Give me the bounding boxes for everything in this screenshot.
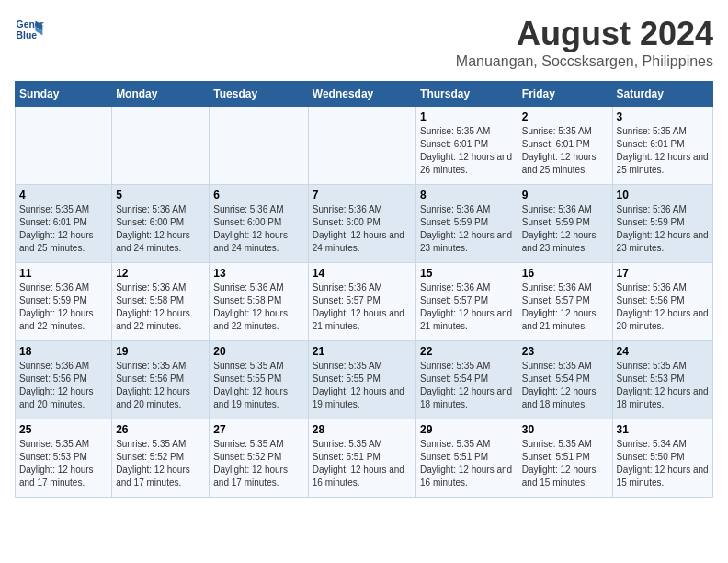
- calendar-cell: 13Sunrise: 5:36 AM Sunset: 5:58 PM Dayli…: [210, 263, 308, 341]
- calendar-cell: 18Sunrise: 5:36 AM Sunset: 5:56 PM Dayli…: [16, 341, 112, 419]
- location-subtitle: Manuangan, Soccsksargen, Philippines: [456, 53, 713, 70]
- calendar-cell: 12Sunrise: 5:36 AM Sunset: 5:58 PM Dayli…: [112, 263, 210, 341]
- calendar-cell: [308, 107, 415, 185]
- calendar-cell: 22Sunrise: 5:35 AM Sunset: 5:54 PM Dayli…: [416, 341, 518, 419]
- calendar-cell: 27Sunrise: 5:35 AM Sunset: 5:52 PM Dayli…: [210, 419, 308, 498]
- calendar-cell: 9Sunrise: 5:36 AM Sunset: 5:59 PM Daylig…: [518, 185, 612, 263]
- calendar-cell: [112, 107, 210, 185]
- calendar-cell: [210, 107, 308, 185]
- day-info: Sunrise: 5:36 AM Sunset: 5:57 PM Dayligh…: [313, 282, 412, 333]
- calendar-cell: 1Sunrise: 5:35 AM Sunset: 6:01 PM Daylig…: [416, 107, 518, 185]
- calendar-cell: 19Sunrise: 5:35 AM Sunset: 5:56 PM Dayli…: [112, 341, 210, 419]
- calendar-cell: 30Sunrise: 5:35 AM Sunset: 5:51 PM Dayli…: [518, 419, 612, 498]
- logo: General Blue: [15, 15, 44, 44]
- calendar-cell: 5Sunrise: 5:36 AM Sunset: 6:00 PM Daylig…: [112, 185, 210, 263]
- day-info: Sunrise: 5:34 AM Sunset: 5:50 PM Dayligh…: [617, 438, 709, 489]
- day-number: 22: [420, 345, 514, 358]
- day-number: 3: [617, 110, 709, 123]
- day-number: 10: [617, 189, 709, 201]
- calendar-week-row: 1Sunrise: 5:35 AM Sunset: 6:01 PM Daylig…: [16, 107, 713, 185]
- day-info: Sunrise: 5:36 AM Sunset: 5:58 PM Dayligh…: [213, 282, 303, 333]
- day-info: Sunrise: 5:35 AM Sunset: 6:01 PM Dayligh…: [420, 125, 514, 177]
- day-number: 4: [19, 189, 108, 201]
- day-info: Sunrise: 5:35 AM Sunset: 5:52 PM Dayligh…: [213, 438, 303, 489]
- day-info: Sunrise: 5:35 AM Sunset: 5:52 PM Dayligh…: [116, 438, 205, 489]
- calendar-cell: 4Sunrise: 5:35 AM Sunset: 6:01 PM Daylig…: [16, 185, 112, 263]
- calendar-cell: 2Sunrise: 5:35 AM Sunset: 6:01 PM Daylig…: [518, 107, 612, 185]
- weekday-header: Saturday: [612, 82, 712, 107]
- day-number: 2: [522, 110, 609, 123]
- day-info: Sunrise: 5:36 AM Sunset: 6:00 PM Dayligh…: [213, 203, 303, 255]
- day-number: 25: [19, 423, 108, 436]
- page-header: General Blue August 2024 Manuangan, Socc…: [15, 15, 713, 70]
- weekday-header: Friday: [518, 82, 612, 107]
- svg-text:Blue: Blue: [17, 30, 38, 40]
- day-info: Sunrise: 5:36 AM Sunset: 5:59 PM Dayligh…: [522, 203, 609, 255]
- day-number: 6: [213, 189, 303, 201]
- calendar-cell: 6Sunrise: 5:36 AM Sunset: 6:00 PM Daylig…: [210, 185, 308, 263]
- day-info: Sunrise: 5:35 AM Sunset: 5:51 PM Dayligh…: [522, 438, 609, 489]
- day-number: 23: [522, 345, 609, 358]
- day-info: Sunrise: 5:35 AM Sunset: 6:01 PM Dayligh…: [522, 125, 609, 177]
- day-number: 27: [213, 423, 303, 436]
- calendar-week-row: 4Sunrise: 5:35 AM Sunset: 6:01 PM Daylig…: [16, 185, 713, 263]
- day-info: Sunrise: 5:36 AM Sunset: 5:58 PM Dayligh…: [116, 282, 205, 333]
- calendar-cell: 15Sunrise: 5:36 AM Sunset: 5:57 PM Dayli…: [416, 263, 518, 341]
- day-number: 31: [617, 423, 709, 436]
- day-info: Sunrise: 5:36 AM Sunset: 5:59 PM Dayligh…: [617, 203, 709, 255]
- day-info: Sunrise: 5:36 AM Sunset: 5:59 PM Dayligh…: [19, 282, 108, 333]
- calendar-cell: 3Sunrise: 5:35 AM Sunset: 6:01 PM Daylig…: [612, 107, 712, 185]
- day-number: 11: [19, 267, 108, 280]
- day-info: Sunrise: 5:35 AM Sunset: 5:53 PM Dayligh…: [19, 438, 108, 489]
- day-info: Sunrise: 5:36 AM Sunset: 5:57 PM Dayligh…: [522, 282, 609, 333]
- weekday-header: Tuesday: [210, 82, 308, 107]
- day-number: 13: [213, 267, 303, 280]
- calendar-cell: 31Sunrise: 5:34 AM Sunset: 5:50 PM Dayli…: [612, 419, 712, 498]
- day-info: Sunrise: 5:36 AM Sunset: 5:59 PM Dayligh…: [420, 203, 514, 255]
- day-info: Sunrise: 5:35 AM Sunset: 5:51 PM Dayligh…: [420, 438, 514, 489]
- weekday-header: Monday: [112, 82, 210, 107]
- day-number: 8: [420, 189, 514, 201]
- day-number: 12: [116, 267, 205, 280]
- day-info: Sunrise: 5:36 AM Sunset: 5:57 PM Dayligh…: [420, 282, 514, 333]
- day-info: Sunrise: 5:36 AM Sunset: 6:00 PM Dayligh…: [313, 203, 412, 255]
- month-year-title: August 2024: [456, 15, 713, 53]
- day-number: 18: [19, 345, 108, 358]
- weekday-header: Thursday: [416, 82, 518, 107]
- weekday-header: Wednesday: [308, 82, 415, 107]
- calendar-table: SundayMondayTuesdayWednesdayThursdayFrid…: [15, 81, 713, 498]
- calendar-cell: 20Sunrise: 5:35 AM Sunset: 5:55 PM Dayli…: [210, 341, 308, 419]
- calendar-cell: 8Sunrise: 5:36 AM Sunset: 5:59 PM Daylig…: [416, 185, 518, 263]
- day-info: Sunrise: 5:35 AM Sunset: 5:54 PM Dayligh…: [522, 360, 609, 411]
- day-number: 19: [116, 345, 205, 358]
- day-info: Sunrise: 5:35 AM Sunset: 5:56 PM Dayligh…: [116, 360, 205, 411]
- day-info: Sunrise: 5:35 AM Sunset: 6:01 PM Dayligh…: [19, 203, 108, 255]
- day-number: 5: [116, 189, 205, 201]
- day-info: Sunrise: 5:36 AM Sunset: 5:56 PM Dayligh…: [617, 282, 709, 333]
- calendar-cell: [16, 107, 112, 185]
- logo-icon: General Blue: [15, 15, 44, 44]
- weekday-header: Sunday: [16, 82, 112, 107]
- day-info: Sunrise: 5:35 AM Sunset: 5:55 PM Dayligh…: [213, 360, 303, 411]
- day-number: 21: [313, 345, 412, 358]
- calendar-cell: 29Sunrise: 5:35 AM Sunset: 5:51 PM Dayli…: [416, 419, 518, 498]
- calendar-cell: 24Sunrise: 5:35 AM Sunset: 5:53 PM Dayli…: [612, 341, 712, 419]
- calendar-cell: 21Sunrise: 5:35 AM Sunset: 5:55 PM Dayli…: [308, 341, 415, 419]
- day-number: 15: [420, 267, 514, 280]
- day-number: 26: [116, 423, 205, 436]
- calendar-cell: 28Sunrise: 5:35 AM Sunset: 5:51 PM Dayli…: [308, 419, 415, 498]
- day-number: 30: [522, 423, 609, 436]
- calendar-week-row: 25Sunrise: 5:35 AM Sunset: 5:53 PM Dayli…: [16, 419, 713, 498]
- calendar-cell: 25Sunrise: 5:35 AM Sunset: 5:53 PM Dayli…: [16, 419, 112, 498]
- day-number: 24: [617, 345, 709, 358]
- day-info: Sunrise: 5:36 AM Sunset: 5:56 PM Dayligh…: [19, 360, 108, 411]
- day-number: 29: [420, 423, 514, 436]
- day-info: Sunrise: 5:35 AM Sunset: 5:54 PM Dayligh…: [420, 360, 514, 411]
- calendar-cell: 14Sunrise: 5:36 AM Sunset: 5:57 PM Dayli…: [308, 263, 415, 341]
- calendar-cell: 11Sunrise: 5:36 AM Sunset: 5:59 PM Dayli…: [16, 263, 112, 341]
- day-number: 9: [522, 189, 609, 201]
- day-info: Sunrise: 5:35 AM Sunset: 5:53 PM Dayligh…: [617, 360, 709, 411]
- day-number: 14: [313, 267, 412, 280]
- title-section: August 2024 Manuangan, Soccsksargen, Phi…: [456, 15, 713, 70]
- day-number: 28: [313, 423, 412, 436]
